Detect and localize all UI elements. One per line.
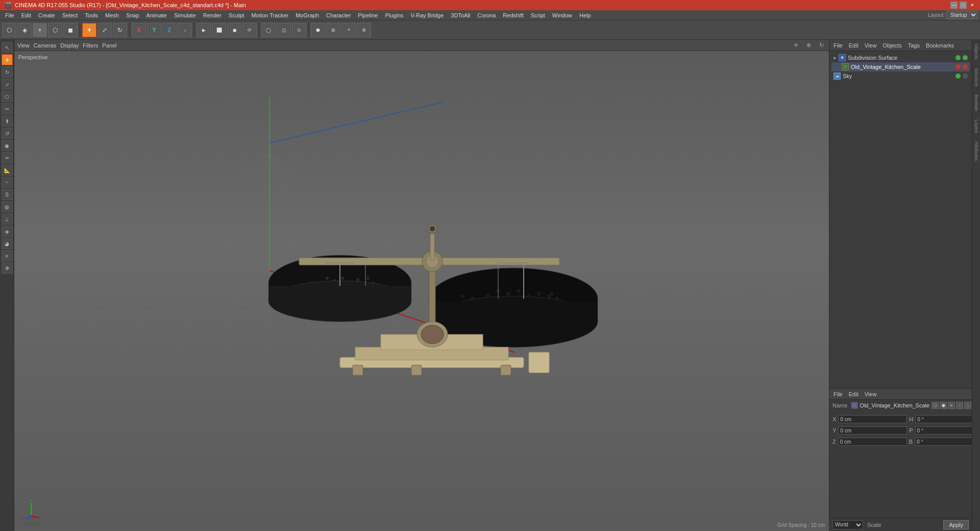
paint-tool[interactable]: ✏ <box>2 152 13 163</box>
texture-mode-button[interactable]: ◈ <box>17 23 32 37</box>
menu-simulate[interactable]: Simulate <box>171 11 199 19</box>
close-button[interactable]: ✕ <box>969 2 976 9</box>
axis-select-button[interactable]: ⬦ <box>178 23 192 37</box>
subdivide-tool[interactable]: ⬡ <box>2 91 13 102</box>
attr-icon3[interactable]: ≡ <box>948 402 955 409</box>
edges-mode-button[interactable]: ⬡ <box>48 23 62 37</box>
apply-button[interactable]: Apply <box>943 520 969 529</box>
z-position-input[interactable] <box>838 438 907 446</box>
layers-vertical-tab[interactable]: Layers <box>974 117 979 135</box>
z-axis-button[interactable]: Z <box>162 23 177 37</box>
extrude-tool[interactable]: ⬆ <box>2 115 13 127</box>
y-position-input[interactable] <box>838 426 907 435</box>
object-display-button[interactable]: ⬢ <box>311 23 325 37</box>
measure-tool[interactable]: 📐 <box>2 164 13 176</box>
display-quick-button[interactable]: ⊙ <box>292 23 306 37</box>
minimize-button[interactable]: — <box>950 2 958 9</box>
attr-icon2[interactable]: ⬢ <box>940 402 947 409</box>
layer-tool[interactable]: ≡ <box>2 250 13 261</box>
menu-script[interactable]: Script <box>528 11 548 19</box>
vp-cameras-menu[interactable]: Cameras <box>34 42 57 49</box>
vp-rotate-icon[interactable]: ↻ <box>817 42 826 49</box>
obj-sky[interactable]: ☁ Sky <box>831 71 970 81</box>
attributes-vertical-tab[interactable]: Attributes <box>974 139 979 163</box>
grid-button[interactable]: ⊞ <box>326 23 340 37</box>
vp-move-icon[interactable]: ✛ <box>792 42 800 49</box>
menu-create[interactable]: Create <box>35 11 58 19</box>
layout-select[interactable]: Startup <box>946 11 978 19</box>
b-rotation-input[interactable] <box>915 438 980 446</box>
menu-snap[interactable]: Snap <box>123 11 142 19</box>
menu-mograph[interactable]: MoGraph <box>292 11 322 19</box>
polygons-mode-button[interactable]: ◼ <box>63 23 78 37</box>
model-mode-button[interactable]: ⬡ <box>2 23 16 37</box>
render-preview-button[interactable]: ▶ <box>197 23 211 37</box>
obj-subdivision-surface[interactable]: ▶ ⬢ Subdivision Surface <box>831 53 970 62</box>
normal-tool[interactable]: ⊥ <box>2 213 13 225</box>
p-rotation-input[interactable] <box>915 426 980 435</box>
rp-tags-tab[interactable]: Tags <box>906 41 922 50</box>
menu-render[interactable]: Render <box>200 11 225 19</box>
menu-select[interactable]: Select <box>59 11 81 19</box>
x-position-input[interactable] <box>838 415 907 423</box>
obj-dot-sky2[interactable] <box>963 74 968 79</box>
select-tool[interactable]: ↖ <box>2 42 13 53</box>
menu-vray[interactable]: V-Ray Bridge <box>408 11 447 19</box>
x-axis-button[interactable]: X <box>132 23 146 37</box>
menu-redshift[interactable]: Redshift <box>500 11 526 19</box>
obj-dot-red1[interactable] <box>955 64 961 69</box>
objects-vertical-tab[interactable]: Objects <box>974 42 979 62</box>
sculpt-tool[interactable]: ◕ <box>2 238 13 249</box>
settings-button[interactable]: ⚙ <box>357 23 371 37</box>
magnet-tool[interactable]: S <box>2 189 13 200</box>
obj-kitchen-scale[interactable]: ⬡ Old_Vintage_Kitchen_Scale <box>831 62 970 71</box>
menu-mesh[interactable]: Mesh <box>102 11 122 19</box>
rp-edit-tab[interactable]: Edit <box>847 41 861 50</box>
paint-deformer-tool[interactable]: ❉ <box>2 262 13 274</box>
menu-3dtoall[interactable]: 3DToAll <box>448 11 473 19</box>
menu-edit[interactable]: Edit <box>18 11 34 19</box>
vp-zoom-icon[interactable]: ⊕ <box>804 42 813 49</box>
brush-tool[interactable]: ◉ <box>2 140 13 151</box>
attr-view-tab[interactable]: View <box>863 390 879 398</box>
menu-motiontracker[interactable]: Motion Tracker <box>248 11 291 19</box>
display-wire-button[interactable]: ◫ <box>277 23 291 37</box>
menu-plugins[interactable]: Plugins <box>382 11 406 19</box>
spline-tool[interactable]: ~ <box>2 177 13 188</box>
obj-dot-sky1[interactable] <box>955 74 961 79</box>
vp-view-menu[interactable]: View <box>17 42 30 49</box>
smooth-tool[interactable]: ◍ <box>2 201 13 212</box>
vp-filters-menu[interactable]: Filters <box>83 42 98 49</box>
menu-animate[interactable]: Animate <box>143 11 170 19</box>
snap-toggle-button[interactable]: ⌖ <box>341 23 356 37</box>
rotate-tool-button[interactable]: ↻ <box>113 23 127 37</box>
attr-icon4[interactable]: ↑ <box>956 402 963 409</box>
loop-tool[interactable]: ↺ <box>2 128 13 139</box>
menu-corona[interactable]: Corona <box>474 11 499 19</box>
attr-edit-tab[interactable]: Edit <box>847 390 861 398</box>
menu-tools[interactable]: Tools <box>82 11 101 19</box>
rotate-tool[interactable]: ↻ <box>2 66 13 78</box>
scale-tool-button[interactable]: ⤢ <box>97 23 112 37</box>
menu-sculpt[interactable]: Sculpt <box>226 11 248 19</box>
browser-vertical-tab[interactable]: Browser <box>974 92 979 113</box>
attr-icon5[interactable]: ↓ <box>964 402 971 409</box>
h-rotation-input[interactable] <box>915 415 980 423</box>
interactive-render-button[interactable]: ⟳ <box>242 23 257 37</box>
menu-pipeline[interactable]: Pipeline <box>355 11 381 19</box>
render-region-button[interactable]: ⬜ <box>212 23 226 37</box>
move-tool[interactable]: ✛ <box>2 54 13 65</box>
points-mode-button[interactable]: + <box>33 23 47 37</box>
rp-bookmarks-tab[interactable]: Bookmarks <box>924 41 956 50</box>
scale-tool[interactable]: ⤢ <box>2 79 13 90</box>
display-gouraud-button[interactable]: ◯ <box>261 23 276 37</box>
y-axis-button[interactable]: Y <box>147 23 161 37</box>
rp-file-tab[interactable]: File <box>831 41 845 50</box>
menu-window[interactable]: Window <box>549 11 575 19</box>
vp-panel-menu[interactable]: Panel <box>102 42 116 49</box>
knife-tool[interactable]: ✂ <box>2 103 13 114</box>
rp-objects-tab[interactable]: Objects <box>880 41 903 50</box>
structure-vertical-tab[interactable]: Structure <box>974 66 979 89</box>
viewport-canvas[interactable]: Perspective <box>14 51 829 531</box>
move-tool-button[interactable]: ✛ <box>82 23 96 37</box>
